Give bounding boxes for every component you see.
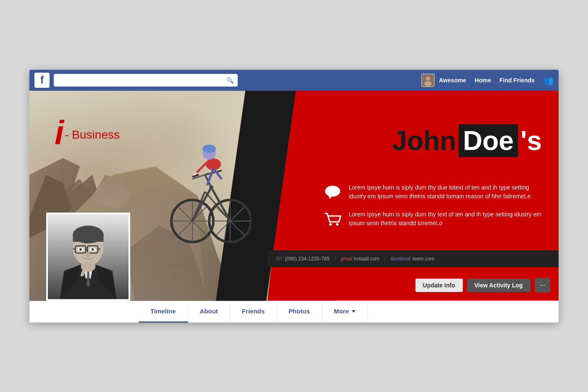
brand-area: i - Business xyxy=(55,116,120,150)
search-icon: 🔍 xyxy=(226,77,234,84)
svg-point-32 xyxy=(202,145,216,153)
tab-more-label: More xyxy=(334,308,349,315)
cover-area: berk derwo i - Business xyxy=(29,91,559,301)
feature-2-text: Lorem Ipsye hum is siply dum thy text of… xyxy=(349,210,542,228)
svg-point-62 xyxy=(86,252,90,257)
tab-friends[interactable]: Friends xyxy=(230,301,277,323)
title-last-name-box: Doe xyxy=(459,124,518,157)
user-avatar[interactable] xyxy=(421,74,435,87)
svg-point-61 xyxy=(92,248,94,250)
facebook-logo: f xyxy=(34,73,50,88)
cyclist-illustration xyxy=(167,124,251,250)
cover-features: Lorem Ipsye hum is siply dum thy due tot… xyxy=(323,183,542,237)
svg-point-1 xyxy=(426,76,430,81)
update-info-button[interactable]: Update Info xyxy=(415,279,463,292)
view-activity-log-button[interactable]: View Activity Log xyxy=(467,279,530,292)
more-options-button[interactable]: ··· xyxy=(535,278,550,292)
svg-rect-52 xyxy=(73,234,104,242)
contact-info: Ph: (098) 234-1235-789 / gmail hotaail.c… xyxy=(276,256,435,262)
facebook-profile-page: f 🔍 Awesome Home Find Friends 👥 xyxy=(29,70,559,323)
chevron-down-icon xyxy=(352,310,356,313)
profile-tabs: Timeline About Friends Photos More xyxy=(29,301,559,323)
feature-item-1: Lorem Ipsye hum is siply dum thy due tot… xyxy=(323,183,542,202)
brand-dash-text: - Business xyxy=(65,128,120,142)
top-navbar: f 🔍 Awesome Home Find Friends 👥 xyxy=(29,70,559,91)
nav-username[interactable]: Awesome xyxy=(439,77,466,84)
profile-title: John Doe 's xyxy=(392,124,542,157)
svg-point-37 xyxy=(209,185,213,189)
svg-line-64 xyxy=(82,270,84,275)
tab-photos[interactable]: Photos xyxy=(277,301,322,323)
profile-photo-image xyxy=(48,214,129,299)
nav-links: Awesome Home Find Friends 👥 xyxy=(439,75,554,85)
svg-point-2 xyxy=(424,81,432,86)
action-buttons: Update Info View Activity Log ··· xyxy=(415,278,550,292)
search-bar[interactable]: 🔍 xyxy=(54,74,238,87)
contact-bar: Ph: (098) 234-1235-789 / gmail hotaail.c… xyxy=(268,250,559,267)
title-first-name: John xyxy=(392,125,456,156)
svg-line-33 xyxy=(197,162,207,173)
feature-1-text: Lorem Ipsye hum is siply dum thy due tot… xyxy=(349,183,542,201)
svg-point-43 xyxy=(336,223,339,226)
svg-line-35 xyxy=(207,168,213,185)
svg-point-41 xyxy=(325,186,340,197)
title-last-name: Doe xyxy=(463,126,514,156)
search-input[interactable] xyxy=(58,77,223,83)
title-suffix: 's xyxy=(520,125,542,156)
svg-line-25 xyxy=(192,192,205,221)
chat-icon xyxy=(323,183,342,202)
profile-photo xyxy=(46,213,130,301)
svg-text:derwo: derwo xyxy=(162,264,184,277)
feature-item-2: Lorem Ipsye hum is siply dum thy text of… xyxy=(323,210,542,229)
tab-timeline[interactable]: Timeline xyxy=(139,301,188,323)
brand-i-letter: i xyxy=(55,116,64,150)
nav-find-friends[interactable]: Find Friends xyxy=(499,77,535,84)
svg-line-24 xyxy=(211,187,230,221)
tab-more[interactable]: More xyxy=(322,301,368,323)
nav-home[interactable]: Home xyxy=(475,77,491,84)
svg-marker-10 xyxy=(92,174,130,208)
svg-point-42 xyxy=(329,223,332,226)
friends-icon[interactable]: 👥 xyxy=(543,75,554,85)
svg-point-59 xyxy=(79,248,82,250)
cart-icon xyxy=(323,210,342,229)
tab-about[interactable]: About xyxy=(188,301,230,323)
svg-point-30 xyxy=(206,158,221,170)
